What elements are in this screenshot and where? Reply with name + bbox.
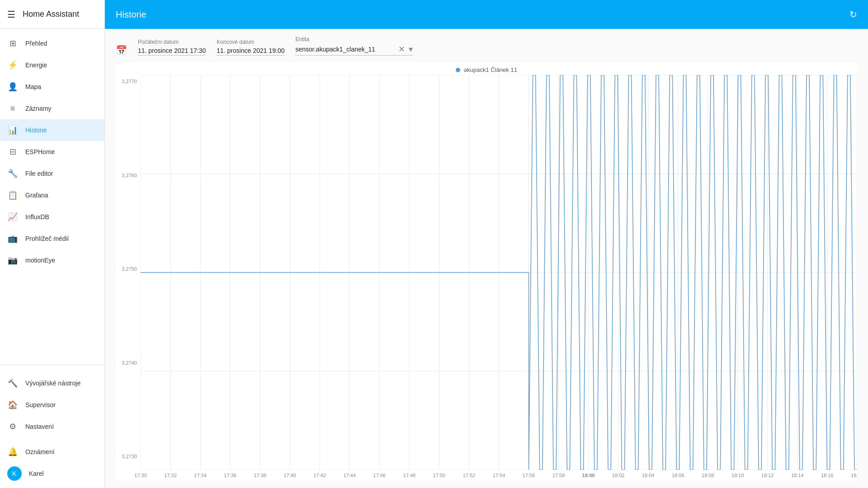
x-axis-label: 17:48 bbox=[403, 473, 416, 478]
user-profile[interactable]: KKarel bbox=[0, 463, 104, 484]
sidebar-item-oznameni[interactable]: 🔔Oznámení bbox=[0, 441, 104, 463]
x-axis-label: 17:50 bbox=[433, 473, 446, 478]
sidebar-item-historie[interactable]: 📊Historie bbox=[0, 119, 104, 141]
sidebar-item-label: Energie bbox=[25, 61, 47, 69]
x-axis-label: 17:30 bbox=[134, 473, 147, 478]
x-axis-label: 17:32 bbox=[164, 473, 177, 478]
x-axis-label: 18:12 bbox=[761, 473, 774, 478]
x-axis-label: 17:46 bbox=[373, 473, 386, 478]
x-axis-label: 18:16 bbox=[821, 473, 834, 478]
start-date-group: Počáteční datum 11. prosince 2021 17:30 bbox=[138, 39, 206, 56]
x-axis-label: 17:40 bbox=[283, 473, 296, 478]
x-axis-label: 17:38 bbox=[254, 473, 266, 478]
file-editor-icon: 🔧 bbox=[7, 168, 18, 179]
end-date-group: Koncové datum 11. prosince 2021 19:00 bbox=[217, 39, 284, 56]
zaznamy-icon: ≡ bbox=[7, 103, 18, 114]
sidebar-item-influxdb[interactable]: 📈InfluxDB bbox=[0, 206, 104, 228]
prohlizec-icon: 📺 bbox=[7, 233, 18, 244]
topbar: Historie ↻ bbox=[105, 0, 868, 29]
x-axis-label: 18:10 bbox=[731, 473, 744, 478]
energie-icon: ⚡ bbox=[7, 60, 18, 70]
sidebar-item-label: Historie bbox=[25, 127, 47, 134]
x-axis-label: 17:44 bbox=[344, 473, 356, 478]
sidebar-item-vyvojarske[interactable]: 🔨Vývojářské nástroje bbox=[0, 372, 104, 394]
entity-input-row: sensor.akupack1_clanek_11 ✕ ▾ bbox=[295, 44, 413, 56]
sidebar-item-supervisor[interactable]: 🏠Supervisor bbox=[0, 394, 104, 416]
chart-area bbox=[141, 75, 857, 470]
sidebar-item-label: Oznámení bbox=[25, 448, 55, 455]
start-date-value: 11. prosince 2021 17:30 bbox=[138, 47, 206, 54]
sidebar-item-prohlizec[interactable]: 📺Prohlížeč médií bbox=[0, 228, 104, 249]
x-axis-label: 18:18 bbox=[851, 473, 857, 478]
sidebar-item-energie[interactable]: ⚡Energie bbox=[0, 54, 104, 76]
sidebar: ☰ Home Assistant ⊞Přehled⚡Energie👤Mapa≡Z… bbox=[0, 0, 105, 488]
chart-legend: akupack1 Článek 11 bbox=[116, 63, 857, 75]
grafana-icon: 📋 bbox=[7, 190, 18, 201]
x-axis-label: 17:36 bbox=[224, 473, 236, 478]
sidebar-footer: 🔨Vývojářské nástroje🏠Supervisor⚙Nastaven… bbox=[0, 365, 104, 488]
sidebar-item-label: Vývojářské nástroje bbox=[25, 380, 80, 387]
y-axis-label: 3,2730 bbox=[116, 454, 137, 459]
y-axis: 3,27703,27603,27503,27403,2730 bbox=[116, 75, 141, 470]
x-axis-label: 18:06 bbox=[672, 473, 684, 478]
x-axis-label: 17:34 bbox=[194, 473, 207, 478]
menu-icon[interactable]: ☰ bbox=[7, 9, 15, 20]
page-title: Historie bbox=[116, 9, 146, 20]
sidebar-item-nastaveni[interactable]: ⚙Nastavení bbox=[0, 416, 104, 437]
sidebar-item-file-editor[interactable]: 🔧File editor bbox=[0, 163, 104, 184]
sidebar-item-label: InfluxDB bbox=[25, 213, 49, 221]
main-panel: Historie ↻ 📅 Počáteční datum 11. prosinc… bbox=[105, 0, 868, 488]
sidebar-item-label: File editor bbox=[25, 170, 53, 177]
prehled-icon: ⊞ bbox=[7, 38, 18, 49]
x-axis-label: 18:08 bbox=[702, 473, 714, 478]
sidebar-item-grafana[interactable]: 📋Grafana bbox=[0, 184, 104, 206]
entity-label: Entita bbox=[295, 36, 413, 42]
filter-row: 📅 Počáteční datum 11. prosince 2021 17:3… bbox=[116, 36, 857, 56]
x-axis-label: 17:42 bbox=[313, 473, 326, 478]
oznameni-icon: 🔔 bbox=[7, 446, 18, 457]
sidebar-item-zaznamy[interactable]: ≡Záznamy bbox=[0, 98, 104, 119]
y-axis-label: 3,2740 bbox=[116, 360, 137, 366]
sidebar-item-label: motionEye bbox=[25, 257, 55, 264]
x-axis-label: 17:52 bbox=[463, 473, 476, 478]
entity-dropdown-icon[interactable]: ▾ bbox=[409, 44, 413, 54]
vyvojarske-icon: 🔨 bbox=[7, 378, 18, 389]
sidebar-item-esphome[interactable]: ⊟ESPHome bbox=[0, 141, 104, 163]
y-axis-label: 3,2770 bbox=[116, 79, 137, 84]
x-axis-label: 17:54 bbox=[493, 473, 505, 478]
x-axis-label: 17:56 bbox=[523, 473, 535, 478]
sidebar-item-label: Supervisor bbox=[25, 401, 56, 408]
refresh-icon[interactable]: ↻ bbox=[849, 9, 857, 20]
sidebar-nav: ⊞Přehled⚡Energie👤Mapa≡Záznamy📊Historie⊟E… bbox=[0, 29, 104, 354]
end-date-label: Koncové datum bbox=[217, 39, 284, 45]
legend-dot bbox=[456, 68, 460, 72]
x-axis: 17:3017:3217:3417:3617:3817:4017:4217:44… bbox=[116, 470, 857, 481]
esphome-icon: ⊟ bbox=[7, 146, 18, 157]
entity-group: Entita sensor.akupack1_clanek_11 ✕ ▾ bbox=[295, 36, 413, 56]
nastaveni-icon: ⚙ bbox=[7, 421, 18, 432]
avatar: K bbox=[7, 466, 22, 481]
sidebar-item-prehled[interactable]: ⊞Přehled bbox=[0, 33, 104, 54]
historie-icon: 📊 bbox=[7, 125, 18, 136]
x-axis-label: 17:58 bbox=[552, 473, 565, 478]
start-date-input-row[interactable]: 11. prosince 2021 17:30 bbox=[138, 47, 206, 56]
x-axis-label: 18:14 bbox=[791, 473, 804, 478]
start-date-label: Počáteční datum bbox=[138, 39, 206, 45]
influxdb-icon: 📈 bbox=[7, 211, 18, 222]
sidebar-item-label: Nastavení bbox=[25, 423, 54, 430]
sidebar-item-label: Prohlížeč médií bbox=[25, 235, 69, 242]
y-axis-label: 3,2750 bbox=[116, 266, 137, 272]
mapa-icon: 👤 bbox=[7, 81, 18, 92]
sidebar-item-mapa[interactable]: 👤Mapa bbox=[0, 76, 104, 98]
entity-value[interactable]: sensor.akupack1_clanek_11 bbox=[295, 46, 395, 53]
supervisor-icon: 🏠 bbox=[7, 399, 18, 410]
entity-clear-icon[interactable]: ✕ bbox=[398, 44, 405, 54]
x-axis-label: 18:04 bbox=[642, 473, 655, 478]
content-area: 📅 Počáteční datum 11. prosince 2021 17:3… bbox=[105, 29, 868, 488]
calendar-icon: 📅 bbox=[116, 45, 127, 56]
chart-body: 3,27703,27603,27503,27403,2730 bbox=[116, 75, 857, 470]
end-date-input-row[interactable]: 11. prosince 2021 19:00 bbox=[217, 47, 284, 56]
sidebar-item-motioneye[interactable]: 📷motionEye bbox=[0, 249, 104, 271]
user-name: Karel bbox=[29, 470, 44, 477]
end-date-value: 11. prosince 2021 19:00 bbox=[217, 47, 284, 54]
